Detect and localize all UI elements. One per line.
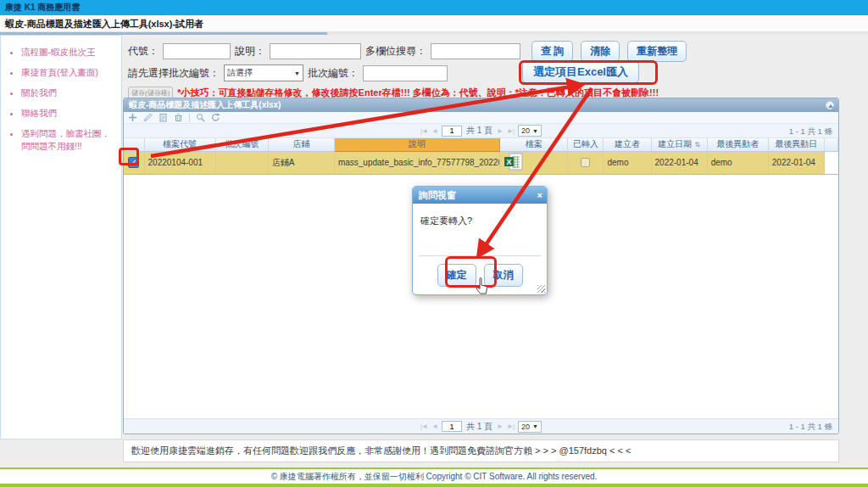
batch-select-label: 請先選擇批次編號： — [128, 66, 220, 81]
footer-bottom-bar — [0, 484, 868, 487]
svg-text:X: X — [507, 158, 512, 166]
multi-search-input[interactable] — [431, 43, 520, 59]
dialog-titlebar: 詢問視窗 × — [413, 187, 547, 204]
confirm-button[interactable]: 確定 — [437, 264, 476, 287]
collapse-panel-icon[interactable] — [826, 101, 834, 109]
cell-batch-no[interactable] — [215, 151, 268, 174]
dialog-message: 確定要轉入? — [413, 204, 547, 238]
page-number-input[interactable] — [442, 421, 462, 432]
page-size-value: 20 — [521, 126, 530, 135]
last-page-icon[interactable]: ►| — [507, 423, 514, 430]
close-icon[interactable]: × — [537, 187, 542, 204]
row-select-cell: ✓ — [124, 151, 144, 174]
col-creator[interactable]: 建立者 — [604, 138, 651, 151]
batch-select-value: 請選擇 — [227, 67, 253, 79]
chevron-down-icon: ▼ — [532, 423, 538, 429]
next-page-icon[interactable]: ► — [497, 127, 503, 135]
refresh-icon[interactable] — [211, 113, 220, 122]
excel-file-icon[interactable]: X — [504, 153, 524, 171]
batch-no-input[interactable] — [363, 65, 448, 81]
page-size-value: 20 — [521, 423, 530, 431]
first-page-icon[interactable]: |◄ — [420, 423, 427, 430]
toolbar-separator — [189, 114, 190, 122]
scrollbar-filler — [824, 138, 837, 151]
select-all-header[interactable] — [124, 138, 144, 151]
welcome-text: 歡迎使用康捷雲端進銷存，有任何問題歡迎跟我們反應，非常感謝使用！遇到問題免費諮詢… — [131, 445, 631, 456]
col-last-editor[interactable]: 最後異動者 — [707, 138, 768, 151]
cancel-button[interactable]: 取消 — [484, 264, 523, 287]
sidebar-link-list: 流程圖-蝦皮批次王 康捷首頁(登入畫面) 關於我們 聯絡我們 遇到問題，臉書社團… — [21, 46, 114, 153]
sidebar-item-flowchart[interactable]: 流程圖-蝦皮批次王 — [21, 46, 114, 59]
col-create-date[interactable]: 建立日期 ⇅ — [651, 138, 707, 151]
delete-icon[interactable] — [174, 113, 183, 122]
filter-row-1: 代號： 說明： 多欄位搜尋： 查 詢 清除 重新整理 — [128, 41, 687, 62]
pager-top-controls: |◄ ◄ 共 1 頁 ► ►| 20 ▼ — [124, 124, 838, 137]
cell-imported — [568, 151, 604, 174]
sidebar-item-home[interactable]: 康捷首頁(登入畫面) — [21, 66, 114, 79]
cell-create-date[interactable]: 2022-01-04 — [651, 151, 707, 174]
next-page-icon[interactable]: ► — [497, 423, 503, 430]
resize-handle[interactable] — [537, 285, 545, 293]
filter-row-2: 請先選擇批次編號： 請選擇 ▼ 批次編號： — [128, 64, 448, 81]
cell-last-editor[interactable]: demo — [707, 151, 768, 174]
col-file[interactable]: 檔案 — [500, 138, 568, 151]
col-file-code[interactable]: 檔案代號 — [144, 138, 215, 151]
page-size-select[interactable]: 20 ▼ — [518, 125, 542, 137]
edit-icon[interactable] — [143, 113, 153, 122]
col-last-edit-date[interactable]: 最後異動日 — [768, 138, 824, 151]
cell-shop[interactable]: 店鋪A — [268, 151, 334, 174]
data-grid: 檔案代號 批次編號 店鋪 說明 檔案 已轉入 建立者 建立日期 ⇅ 最後異動者 … — [124, 138, 838, 175]
col-imported[interactable]: 已轉入 — [568, 138, 604, 151]
panel-header: 蝦皮-商品標題及描述匯入上傳工具(xlsx) — [124, 98, 838, 112]
batch-select[interactable]: 請選擇 ▼ — [224, 64, 303, 81]
col-shop[interactable]: 店鋪 — [268, 138, 334, 151]
imported-checkbox-unchecked[interactable] — [581, 158, 590, 167]
app-header: 康捷 K1 商務應用雲 — [0, 0, 868, 15]
excel-import-button[interactable]: 選定項目Excel匯入 — [522, 61, 639, 83]
col-create-date-label: 建立日期 — [658, 139, 692, 148]
pager-bottom-controls: |◄ ◄ 共 1 頁 ► ►| 20 ▼ — [124, 419, 838, 434]
col-batch-no[interactable]: 批次編號 — [215, 138, 268, 151]
col-description[interactable]: 說明 — [334, 138, 499, 151]
copy-icon[interactable] — [159, 113, 168, 122]
copyright-bar: © 康捷電腦著作權所有，並保留一切權利 Copyright © CIT Soft… — [0, 469, 868, 484]
sidebar-item-about[interactable]: 關於我們 — [21, 87, 114, 99]
pager-top: |◄ ◄ 共 1 頁 ► ►| 20 ▼ 1 - 1 共 1 條 — [124, 124, 838, 138]
prev-page-icon[interactable]: ◄ — [431, 127, 437, 135]
cell-creator[interactable]: demo — [604, 151, 651, 174]
cell-file-code[interactable]: 20220104-001 — [144, 151, 215, 174]
add-icon[interactable] — [128, 113, 137, 122]
row-range-label: 1 - 1 共 1 條 — [789, 124, 832, 138]
confirm-dialog: 詢問視窗 × 確定要轉入? 確定 取消 — [412, 186, 548, 295]
chevron-down-icon: ▼ — [532, 128, 538, 134]
sidebar-item-facebook-help[interactable]: 遇到問題，臉書社團，問問題不用錢!!! — [21, 127, 114, 153]
row-checkbox-checked[interactable]: ✓ — [128, 157, 139, 168]
sidebar-item-contact[interactable]: 聯絡我們 — [21, 107, 114, 120]
cell-file: X — [500, 151, 568, 174]
page: 康捷 K1 商務應用雲 蝦皮-商品標題及描述匯入上傳工具(xlsx)-試用者 流… — [0, 0, 868, 487]
prev-page-icon[interactable]: ◄ — [431, 423, 437, 430]
search-icon[interactable] — [196, 113, 205, 122]
first-page-icon[interactable]: |◄ — [420, 127, 427, 135]
chevron-down-icon: ▼ — [294, 70, 300, 76]
last-page-icon[interactable]: ►| — [507, 127, 514, 135]
total-pages-label: 共 1 頁 — [466, 421, 492, 433]
desc-label: 說明： — [235, 44, 265, 59]
batch-no-label: 批次編號： — [308, 66, 359, 81]
copyright-text: © 康捷電腦著作權所有，並保留一切權利 Copyright © CIT Soft… — [271, 472, 598, 481]
desc-input[interactable] — [270, 43, 361, 59]
cell-description[interactable]: mass_update_basic_info_77577798_20220104… — [334, 151, 499, 174]
clear-button[interactable]: 清除 — [581, 41, 620, 62]
app-title: 康捷 K1 商務應用雲 — [5, 3, 80, 12]
refresh-button[interactable]: 重新整理 — [627, 41, 687, 62]
page-title: 蝦皮-商品標題及描述匯入上傳工具(xlsx)-試用者 — [5, 19, 203, 29]
page-number-input[interactable] — [442, 126, 462, 137]
row-range-label: 1 - 1 共 1 條 — [789, 419, 832, 434]
cell-scrollbar-filler — [824, 151, 837, 174]
grid-toolbar — [124, 112, 838, 124]
page-size-select[interactable]: 20 ▼ — [518, 421, 542, 433]
total-pages-label: 共 1 頁 — [466, 125, 492, 137]
cell-last-edit-date[interactable]: 2022-01-04 — [768, 151, 824, 174]
search-button[interactable]: 查 詢 — [531, 41, 573, 62]
code-input[interactable] — [163, 43, 231, 59]
